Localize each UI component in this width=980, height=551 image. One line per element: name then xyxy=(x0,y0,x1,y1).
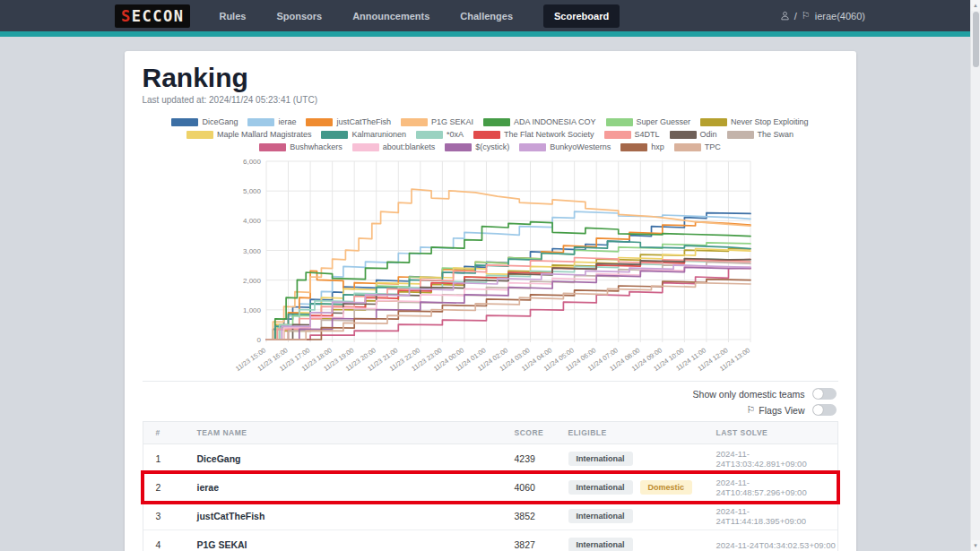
y-tick-label: 3,000 xyxy=(242,247,261,255)
domestic-toggle-label: Show only domestic teams xyxy=(693,389,805,400)
legend-item[interactable]: The Swan xyxy=(727,130,794,139)
rank-cell: 1 xyxy=(156,453,197,464)
legend-label: P1G SEKAI xyxy=(431,117,473,126)
legend-label: Odin xyxy=(700,130,717,139)
legend-swatch xyxy=(416,131,443,139)
flags-toggle-row: ⚐ Flags View xyxy=(746,404,836,416)
nav-challenges[interactable]: Challenges xyxy=(460,11,513,22)
legend-swatch xyxy=(604,131,631,139)
score-chart: 01,0002,0003,0004,0005,0006,00011/23 15:… xyxy=(212,155,768,379)
last-updated-text: Last updated at: 2024/11/24 05:23:41 (UT… xyxy=(143,95,838,105)
ranking-table: # TEAM NAME SCORE ELIGIBLE LAST SOLVE 1D… xyxy=(143,421,838,551)
legend-item[interactable]: DiceGang xyxy=(171,117,238,126)
ranking-card: Ranking Last updated at: 2024/11/24 05:2… xyxy=(125,51,856,551)
legend-item[interactable]: ADA INDONESIA COY xyxy=(483,117,596,126)
legend-swatch xyxy=(321,131,348,139)
legend-item[interactable]: BunkyoWesterns xyxy=(519,142,611,151)
legend-item[interactable]: ierae xyxy=(247,117,296,126)
col-header-team: TEAM NAME xyxy=(197,428,515,437)
flag-icon: ⚐ xyxy=(802,10,811,22)
legend-item[interactable]: Bushwhackers xyxy=(259,142,343,151)
legend-item[interactable]: $(cystick) xyxy=(445,142,509,151)
domestic-toggle-switch[interactable] xyxy=(812,388,837,400)
legend-item[interactable]: Odin xyxy=(670,130,717,139)
legend-item[interactable]: hxp xyxy=(620,142,664,151)
legend-item[interactable]: P1G SEKAI xyxy=(401,117,473,126)
legend-item[interactable]: Kalmarunionen xyxy=(321,130,406,139)
y-tick-label: 4,000 xyxy=(242,217,261,225)
legend-item[interactable]: Never Stop Exploiting xyxy=(700,117,809,126)
score-cell: 3852 xyxy=(515,511,568,521)
eligible-cell: International xyxy=(568,452,716,466)
team-name-cell[interactable]: justCatTheFish xyxy=(197,511,515,521)
page-body: Ranking Last updated at: 2024/11/24 05:2… xyxy=(0,37,980,551)
col-header-eligible: ELIGIBLE xyxy=(568,428,716,437)
domestic-toggle-row: Show only domestic teams xyxy=(693,388,837,400)
legend-swatch xyxy=(674,143,701,151)
nav-announcements[interactable]: Announcements xyxy=(352,11,429,22)
legend-label: *0xA xyxy=(447,130,464,139)
legend-label: BunkyoWesterns xyxy=(550,142,611,151)
legend-swatch xyxy=(445,143,472,151)
col-header-lastsolve: LAST SOLVE xyxy=(716,428,837,437)
legend-label: S4DTL xyxy=(635,130,660,139)
team-name-cell[interactable]: P1G SEKAI xyxy=(197,539,515,550)
last-solve-cell: 2024-11-24T10:48:57.296+09:00 xyxy=(716,478,837,497)
last-solve-cell: 2024-11-24T13:03:42.891+09:00 xyxy=(716,449,837,469)
team-name-cell[interactable]: ierae xyxy=(197,482,515,493)
page-scrollbar[interactable]: ▲ ▼ xyxy=(970,0,980,551)
legend-swatch xyxy=(247,118,274,126)
legend-label: about:blankets xyxy=(383,142,436,151)
legend-label: Maple Mallard Magistrates xyxy=(217,130,312,139)
legend-item[interactable]: justCatTheFish xyxy=(306,117,391,126)
eligible-cell: International xyxy=(568,509,716,523)
toggle-knob xyxy=(813,405,823,415)
legend-swatch xyxy=(606,118,633,126)
legend-item[interactable]: about:blankets xyxy=(352,142,436,151)
legend-item[interactable]: S4DTL xyxy=(604,130,660,139)
flags-view-toggle-switch[interactable] xyxy=(812,404,837,416)
y-tick-label: 2,000 xyxy=(242,277,261,285)
user-menu[interactable]: / ⚐ ierae(4060) xyxy=(780,0,865,31)
legend-label: Never Stop Exploiting xyxy=(731,117,809,126)
scroll-up-button[interactable]: ▲ xyxy=(971,0,980,11)
chart-legend: DiceGangieraejustCatTheFishP1G SEKAIADA … xyxy=(143,117,838,151)
legend-row: DiceGangieraejustCatTheFishP1G SEKAIADA … xyxy=(143,117,838,126)
legend-label: TPC xyxy=(705,142,721,151)
table-row[interactable]: 4P1G SEKAI3827International2024-11-24T04… xyxy=(143,530,837,551)
user-team-label: ierae(4060) xyxy=(815,11,865,22)
legend-label: Super Guesser xyxy=(637,117,691,126)
legend-item[interactable]: The Flat Network Society xyxy=(473,130,594,139)
user-icon xyxy=(780,11,790,21)
table-row[interactable]: 3justCatTheFish3852International2024-11-… xyxy=(143,502,837,530)
table-row[interactable]: 1DiceGang4239International2024-11-24T13:… xyxy=(143,444,837,473)
team-name-cell[interactable]: DiceGang xyxy=(197,453,515,464)
page-title: Ranking xyxy=(143,63,838,93)
table-body: 1DiceGang4239International2024-11-24T13:… xyxy=(143,444,837,551)
nav-rules[interactable]: Rules xyxy=(219,11,246,22)
legend-swatch xyxy=(700,118,727,126)
legend-label: hxp xyxy=(651,142,664,151)
flags-toggle-label: Flags View xyxy=(759,405,804,416)
nav-scoreboard[interactable]: Scoreboard xyxy=(543,4,620,28)
international-badge: International xyxy=(568,480,633,495)
legend-item[interactable]: Super Guesser xyxy=(606,117,691,126)
logo-letter-s: S xyxy=(121,7,132,25)
legend-row: Bushwhackersabout:blankets$(cystick)Bunk… xyxy=(143,142,838,151)
y-tick-label: 0 xyxy=(256,336,261,344)
score-cell: 3827 xyxy=(515,539,568,550)
legend-swatch xyxy=(483,118,510,126)
nav-sponsors[interactable]: Sponsors xyxy=(276,11,322,22)
table-row-highlighted[interactable]: 2ierae4060InternationalDomestic2024-11-2… xyxy=(143,473,837,502)
legend-item[interactable]: Maple Mallard Magistrates xyxy=(186,130,312,139)
legend-swatch xyxy=(727,131,754,139)
user-separator: / xyxy=(794,11,797,22)
scroll-down-button[interactable]: ▼ xyxy=(971,540,980,551)
scrollbar-thumb[interactable] xyxy=(973,12,979,67)
y-tick-label: 6,000 xyxy=(242,158,261,166)
legend-swatch xyxy=(519,143,546,151)
rank-cell: 4 xyxy=(156,539,197,550)
legend-item[interactable]: *0xA xyxy=(416,130,464,139)
seccon-logo[interactable]: SECCON xyxy=(115,4,190,28)
legend-item[interactable]: TPC xyxy=(674,142,721,151)
